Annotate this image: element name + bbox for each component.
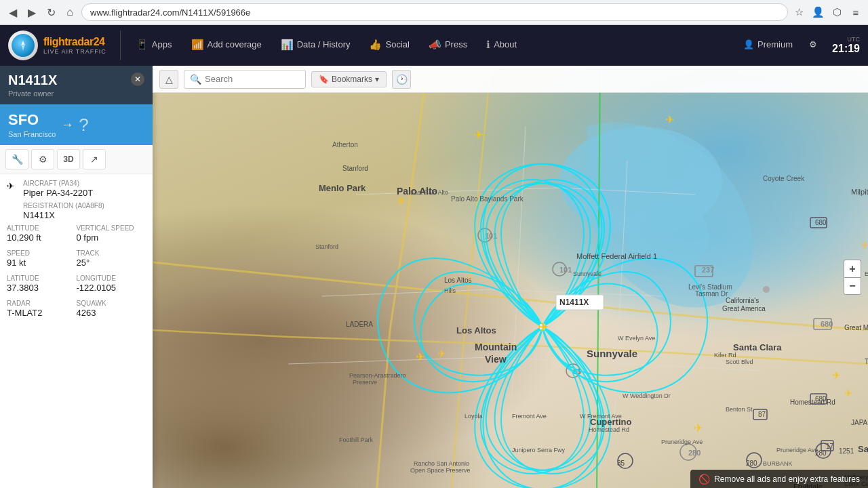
utc-time-area: UTC 21:19 <box>832 36 860 55</box>
star-icon[interactable]: ☆ <box>792 5 806 19</box>
svg-text:The Flea Market: The Flea Market <box>865 358 868 365</box>
nav-item-data-history[interactable]: 📊 Data / History <box>271 25 360 66</box>
menu-icon[interactable]: ≡ <box>849 5 863 19</box>
aircraft-type-icon: ✈ <box>7 180 20 191</box>
altitude-row: Altitude 10,290 ft Vertical Speed 0 fpm <box>7 224 146 243</box>
route-arrow-icon: → <box>61 118 73 132</box>
nav-item-apps[interactable]: 📱 Apps <box>126 25 182 66</box>
aircraft-owner: Private owner <box>8 89 57 98</box>
svg-text:Moffett Federal Airfield 1: Moffett Federal Airfield 1 <box>576 252 657 260</box>
share-button[interactable]: ↗ <box>83 149 106 169</box>
nav-item-about[interactable]: ℹ About <box>477 25 526 66</box>
3d-view-button[interactable]: 3D <box>57 149 80 169</box>
utc-time: 21:19 <box>832 43 860 55</box>
svg-text:680: 680 <box>815 219 827 226</box>
vertical-speed-label: Vertical Speed <box>77 224 146 232</box>
svg-text:✈: ✈ <box>397 195 406 207</box>
nav-label-data-history: Data / History <box>297 39 351 49</box>
nav-label-apps: Apps <box>152 39 172 49</box>
clock-button[interactable]: 🕐 <box>392 70 411 89</box>
radar-col: Radar T-MLAT2 <box>7 300 77 318</box>
map-area[interactable]: 101 101 237 85 280 680 <box>153 66 868 488</box>
svg-text:View: View <box>485 354 507 365</box>
registration-label: Registration (A0A8F8) <box>23 202 146 209</box>
premium-button[interactable]: 👤 Premium <box>736 25 800 66</box>
latitude-col: Latitude 37.3803 <box>7 274 77 293</box>
map-svg: 101 101 237 85 280 680 <box>153 66 868 488</box>
banner-icon: 🚫 <box>698 474 710 485</box>
svg-text:Los Altos: Los Altos <box>444 277 472 284</box>
extension-icon[interactable]: ⬡ <box>830 5 844 19</box>
svg-text:Homestead Rd: Homestead Rd <box>589 426 629 433</box>
nav-item-social[interactable]: 👍 Social <box>359 25 418 66</box>
zoom-out-button[interactable]: − <box>844 277 861 295</box>
social-icon: 👍 <box>369 39 382 51</box>
speed-value: 91 kt <box>7 258 77 268</box>
home-button[interactable]: ⌂ <box>62 5 77 20</box>
track-value: 25° <box>77 258 146 268</box>
zoom-in-button[interactable]: + <box>844 260 861 277</box>
search-box: 🔍 <box>184 70 306 89</box>
sidebar-header: N1411X Private owner ✕ <box>0 66 153 104</box>
radar-label: Radar <box>7 300 77 307</box>
profile-icon[interactable]: 👤 <box>811 5 825 19</box>
altitude-label: Altitude <box>7 224 77 232</box>
svg-text:California's: California's <box>726 297 759 304</box>
logo-area: flightradar24 LIVE AIR TRAFFIC <box>8 30 121 60</box>
aircraft-name: Piper PA-34-220T <box>23 188 146 198</box>
svg-text:BURBANK: BURBANK <box>763 460 793 467</box>
logo-brand: flightradar24 <box>43 36 106 48</box>
sidebar-panel: N1411X Private owner ✕ SFO San Francisco… <box>0 66 153 488</box>
svg-text:Sunnyvale: Sunnyvale <box>587 348 637 359</box>
svg-text:Menlo Park: Menlo Park <box>319 183 366 193</box>
squawk-label: Squawk <box>77 300 146 307</box>
wrench-tool-button[interactable]: 🔧 <box>5 149 28 169</box>
address-bar[interactable] <box>81 3 788 21</box>
longitude-value: -122.0105 <box>77 283 146 293</box>
settings-button[interactable]: ⚙ <box>802 25 824 66</box>
track-col: Track 25° <box>77 249 146 268</box>
svg-text:Atherton: Atherton <box>332 141 358 148</box>
aircraft-type-section: ✈ Aircraft (PA34) Piper PA-34-220T <box>7 180 146 198</box>
svg-text:Rancho San Antonio: Rancho San Antonio <box>414 460 469 467</box>
svg-text:Benton St: Benton St <box>726 406 753 413</box>
nav-item-add-coverage[interactable]: 📶 Add coverage <box>182 25 271 66</box>
map-up-button[interactable]: △ <box>159 70 178 89</box>
premium-label: Premium <box>757 39 793 49</box>
svg-text:Homestead Rd: Homestead Rd <box>790 399 835 406</box>
speed-label: Speed <box>7 249 77 257</box>
logo-accent: 24 <box>94 36 105 47</box>
radar-value: T-MLAT2 <box>7 308 77 318</box>
svg-text:87: 87 <box>758 411 766 418</box>
settings-tool-button[interactable]: ⚙ <box>31 149 54 169</box>
svg-text:Hills: Hills <box>444 287 456 294</box>
longitude-col: Longitude -122.0105 <box>77 274 146 293</box>
svg-point-32 <box>763 286 770 293</box>
svg-text:W Evelyn Ave: W Evelyn Ave <box>618 335 655 342</box>
altitude-value: 10,290 ft <box>7 232 77 243</box>
close-button[interactable]: ✕ <box>131 73 144 86</box>
svg-text:Los Altos: Los Altos <box>456 325 496 336</box>
refresh-button[interactable]: ↻ <box>43 5 58 20</box>
forward-button[interactable]: ▶ <box>24 5 39 20</box>
svg-text:JAPANTOWN: JAPANTOWN <box>851 419 868 426</box>
nav-item-press[interactable]: 📣 Press <box>419 25 477 66</box>
svg-text:Sunnyvale: Sunnyvale <box>573 270 601 277</box>
search-icon: 🔍 <box>190 74 201 85</box>
speed-col: Speed 91 kt <box>7 249 77 268</box>
app-container: flightradar24 LIVE AIR TRAFFIC 📱 Apps 📶 … <box>0 25 868 488</box>
svg-text:Pruneridge Ave: Pruneridge Ave <box>776 447 818 453</box>
search-input[interactable] <box>205 74 300 84</box>
bookmarks-button[interactable]: 🔖 Bookmarks ▾ <box>311 71 387 87</box>
origin-city: San Francisco <box>8 130 56 138</box>
bookmarks-chevron-icon: ▾ <box>375 75 379 84</box>
back-button[interactable]: ◀ <box>5 5 20 20</box>
svg-text:Preserve: Preserve <box>353 379 377 386</box>
settings-icon: ⚙ <box>809 39 817 49</box>
svg-text:Great America: Great America <box>722 305 766 312</box>
radar-squawk-row: Radar T-MLAT2 Squawk 4263 <box>7 300 146 318</box>
svg-text:Pearson-Arastradero: Pearson-Arastradero <box>349 372 406 379</box>
svg-text:✈: ✈ <box>861 239 868 251</box>
bottom-banner[interactable]: 🚫 Remove all ads and enjoy extra feature… <box>690 470 868 488</box>
route-dest-icon: ? <box>79 115 88 136</box>
